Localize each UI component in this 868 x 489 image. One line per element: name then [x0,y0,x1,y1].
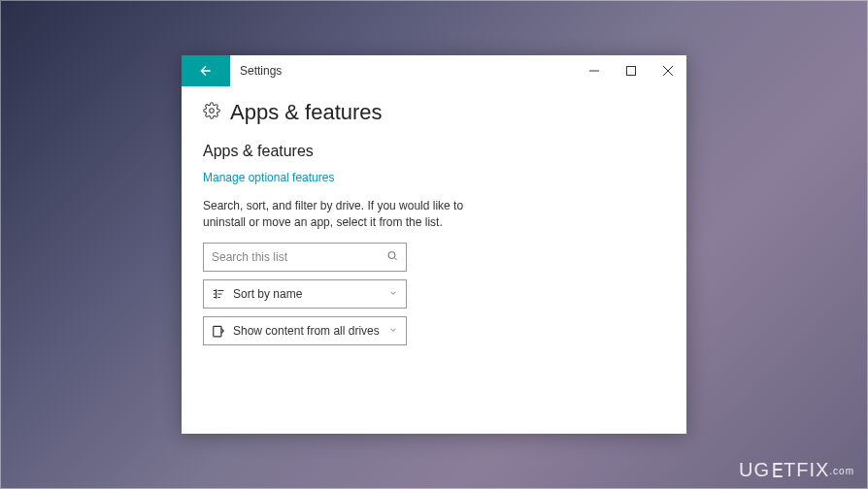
close-icon [663,66,673,76]
filter-dropdown[interactable]: Show content from all drives [203,316,407,345]
arrow-left-icon [198,63,214,79]
svg-rect-7 [214,326,221,337]
page-title: Apps & features [230,100,383,125]
maximize-icon [626,66,636,76]
drive-icon [212,324,225,338]
manage-optional-features-link[interactable]: Manage optional features [203,171,334,184]
svg-point-4 [210,109,215,114]
chevron-down-icon [388,324,398,338]
sort-dropdown[interactable]: Sort by name [203,279,407,309]
svg-rect-1 [627,67,636,76]
section-title: Apps & features [203,143,665,160]
svg-line-6 [394,257,396,259]
watermark: UGƎTFIX.com [739,458,854,481]
window-controls [576,55,686,86]
titlebar: Settings [182,55,686,86]
sort-icon [212,287,225,301]
chevron-down-icon [388,287,398,301]
search-input-container[interactable] [203,243,407,272]
settings-window: Settings Apps & features Apps & features… [182,55,686,434]
close-button[interactable] [650,55,686,86]
search-icon [386,249,398,264]
gear-icon [203,102,220,123]
minimize-icon [589,66,599,76]
description-text: Search, sort, and filter by drive. If yo… [203,198,504,231]
search-input[interactable] [212,250,398,264]
filter-label: Show content from all drives [233,324,380,338]
content-area: Apps & features Apps & features Manage o… [182,86,686,367]
back-button[interactable] [182,55,230,86]
maximize-button[interactable] [613,55,650,86]
page-header: Apps & features [203,100,665,125]
sort-label: Sort by name [233,287,302,301]
svg-point-5 [388,251,395,258]
window-title: Settings [230,55,576,86]
minimize-button[interactable] [576,55,613,86]
